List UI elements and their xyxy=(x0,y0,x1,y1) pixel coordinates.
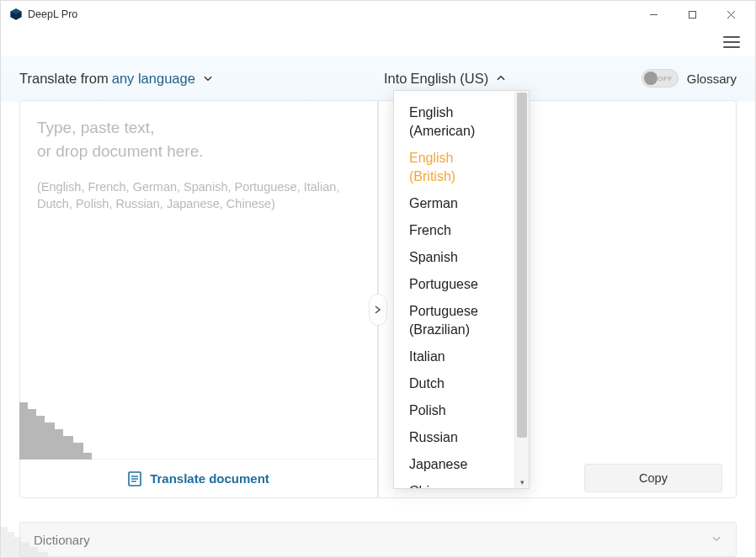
dropdown-item[interactable]: Russian xyxy=(394,424,514,451)
dropdown-item[interactable]: Spanish xyxy=(394,244,514,271)
minimize-button[interactable] xyxy=(634,1,673,28)
toggle-state-label: OFF xyxy=(658,75,673,82)
dropdown-item[interactable]: English (American) xyxy=(394,99,514,145)
dropdown-item[interactable]: Portuguese xyxy=(394,271,514,298)
close-button[interactable] xyxy=(711,1,750,28)
target-language-value: English (US) xyxy=(411,71,489,87)
dropdown-item[interactable]: Japanese xyxy=(394,451,514,478)
target-language-selector[interactable]: Into English (US) xyxy=(384,71,507,87)
target-language-prefix: Into xyxy=(384,71,407,87)
dropdown-item[interactable]: English (British) xyxy=(394,145,514,190)
chevron-up-icon xyxy=(495,72,507,84)
dropdown-item[interactable]: Chinese xyxy=(394,478,514,488)
source-pane: Type, paste text, or drop document here.… xyxy=(19,100,378,498)
chevron-down-icon xyxy=(202,72,214,84)
source-language-value: any language xyxy=(112,71,195,87)
header-right: OFF Glossary xyxy=(642,69,737,88)
app-logo-icon xyxy=(9,8,23,21)
copy-button[interactable]: Copy xyxy=(584,464,722,492)
dropdown-item[interactable]: Dutch xyxy=(394,370,514,397)
svg-rect-3 xyxy=(689,11,695,18)
watermark-icon xyxy=(19,394,92,460)
menu-bar xyxy=(1,28,755,56)
corner-watermark-icon xyxy=(1,522,48,557)
target-language-dropdown: English (American)English (British)Germa… xyxy=(393,90,530,489)
window-title: DeepL Pro xyxy=(28,8,77,20)
title-bar: DeepL Pro xyxy=(1,1,755,28)
translate-document-button[interactable]: Translate document xyxy=(20,459,377,497)
dropdown-item[interactable]: French xyxy=(394,217,514,244)
dropdown-item[interactable]: Portuguese (Brazilian) xyxy=(394,298,514,343)
maximize-button[interactable] xyxy=(673,1,711,28)
source-language-prefix: Translate from xyxy=(19,71,109,87)
dictionary-panel[interactable]: Dictionary xyxy=(19,522,737,557)
dropdown-scrollbar[interactable]: ▾ xyxy=(514,91,529,488)
dropdown-item[interactable]: Italian xyxy=(394,343,514,370)
chevron-down-icon xyxy=(711,533,722,547)
dropdown-item[interactable]: German xyxy=(394,190,514,217)
glossary-label: Glossary xyxy=(687,72,737,86)
copy-button-label: Copy xyxy=(639,471,668,485)
language-header: Translate from any language Into English… xyxy=(1,56,755,100)
source-textarea[interactable]: Type, paste text, or drop document here.… xyxy=(20,101,377,459)
dropdown-item[interactable]: Polish xyxy=(394,397,514,424)
document-icon xyxy=(128,471,141,486)
chevron-right-icon xyxy=(375,306,381,314)
scrollbar-thumb[interactable] xyxy=(517,93,527,438)
app-window: DeepL Pro Translate from any language In… xyxy=(0,0,756,558)
glossary-toggle[interactable]: OFF xyxy=(642,69,679,88)
placeholder-line-1: Type, paste text, xyxy=(37,116,360,140)
window-controls xyxy=(634,1,750,28)
placeholder-languages: (English, French, German, Spanish, Portu… xyxy=(37,178,357,212)
swap-languages-button[interactable] xyxy=(369,294,387,326)
placeholder-line-2: or drop document here. xyxy=(37,140,360,163)
translation-body: Type, paste text, or drop document here.… xyxy=(1,100,755,510)
hamburger-menu-icon[interactable] xyxy=(723,36,740,48)
toggle-knob xyxy=(644,72,658,85)
scroll-down-arrow-icon[interactable]: ▾ xyxy=(515,478,529,486)
translate-document-label: Translate document xyxy=(150,471,269,486)
dropdown-list[interactable]: English (American)English (British)Germa… xyxy=(394,91,514,488)
source-language-selector[interactable]: Translate from any language xyxy=(19,71,214,87)
